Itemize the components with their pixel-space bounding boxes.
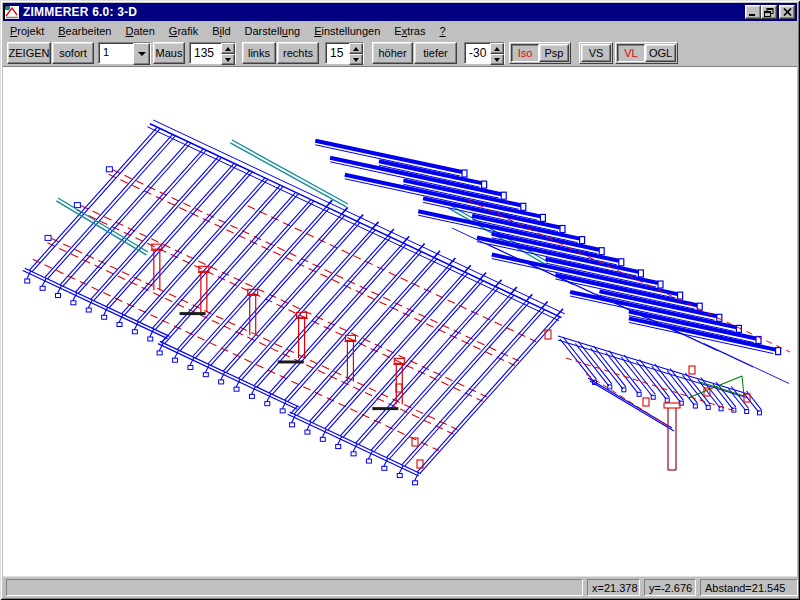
spin-up-button[interactable] xyxy=(349,43,363,54)
minimize-button[interactable] xyxy=(745,5,761,19)
menu-projekt[interactable]: Projekt xyxy=(3,23,51,39)
maus-button[interactable]: Maus xyxy=(153,42,185,64)
vl-toggle-button[interactable]: VL xyxy=(617,44,645,62)
arrow-up-icon xyxy=(494,47,500,51)
arrow-up-icon xyxy=(225,47,231,51)
drawing-viewport[interactable] xyxy=(3,67,797,576)
vs-button-group: VS xyxy=(579,42,613,64)
rotation-spin-buttons xyxy=(221,43,235,65)
menu-darstellung[interactable]: Darstellung xyxy=(238,23,308,39)
title-bar: ZIMMERER 6.0: 3-D xyxy=(3,3,797,21)
menu-daten[interactable]: Daten xyxy=(118,23,161,39)
arrow-down-icon xyxy=(494,58,500,62)
menu-bild[interactable]: Bild xyxy=(205,23,237,39)
menu-bar: Projekt Bearbeiten Daten Grafik Bild Dar… xyxy=(3,21,797,40)
status-bar: x=21.378 y=-2.676 Abstand=21.545 xyxy=(3,576,797,597)
iso-toggle-button[interactable]: Iso xyxy=(511,44,539,62)
app-icon[interactable] xyxy=(4,5,20,20)
menu-label: ld xyxy=(222,25,231,37)
menu-label: rafik xyxy=(177,25,198,37)
application-window: ZIMMERER 6.0: 3-D Proje xyxy=(0,0,800,600)
menu-extras[interactable]: Extras xyxy=(387,23,432,39)
combo-dropdown-button[interactable] xyxy=(133,43,150,65)
status-distance: Abstand=21.545 xyxy=(700,579,798,596)
menu-label: instellungen xyxy=(322,25,381,37)
rotation-spinner: 135 xyxy=(189,42,236,64)
roof-wireframe-canvas[interactable] xyxy=(3,67,797,576)
spin-up-button[interactable] xyxy=(490,43,504,54)
menu-label: B xyxy=(212,25,219,37)
status-y-coordinate: y=-2.676 xyxy=(644,579,696,596)
projection-button-group: Iso Psp xyxy=(509,42,571,64)
combo-value: 1 xyxy=(99,43,133,65)
zeigen-button[interactable]: ZEIGEN xyxy=(7,42,51,64)
menu-label: tras xyxy=(407,25,425,37)
ogl-toggle-button[interactable]: OGL xyxy=(645,44,676,62)
menu-label: ng xyxy=(288,25,300,37)
menu-label: rojekt xyxy=(17,25,44,37)
chevron-down-icon xyxy=(138,52,146,56)
view-number-combobox[interactable]: 1 xyxy=(98,42,151,64)
close-icon xyxy=(783,8,792,16)
elevation-spin-buttons xyxy=(349,43,363,65)
window-title: ZIMMERER 6.0: 3-D xyxy=(23,5,137,19)
toolbar: ZEIGEN sofort 1 Maus 135 links rechts 15… xyxy=(3,40,797,67)
tilt-spinner: -30 xyxy=(464,42,505,64)
menu-label: E xyxy=(394,25,401,37)
spin-down-button[interactable] xyxy=(490,54,504,65)
menu-label: Darstell xyxy=(245,25,282,37)
spin-down-button[interactable] xyxy=(349,54,363,65)
hoeher-button[interactable]: höher xyxy=(372,42,413,64)
close-button[interactable] xyxy=(779,5,795,19)
spin-up-button[interactable] xyxy=(221,43,235,54)
menu-einstellungen[interactable]: Einstellungen xyxy=(307,23,387,39)
render-button-group: VL OGL xyxy=(615,42,678,64)
menu-label: earbeiten xyxy=(66,25,112,37)
tilt-spin-buttons xyxy=(490,43,504,65)
restore-button[interactable] xyxy=(761,5,777,19)
menu-bearbeiten[interactable]: Bearbeiten xyxy=(51,23,118,39)
menu-label: aten xyxy=(133,25,154,37)
status-x-coordinate: x=21.378 xyxy=(587,579,640,596)
arrow-down-icon xyxy=(353,58,359,62)
window-controls xyxy=(745,5,795,19)
status-message-panel xyxy=(6,579,583,596)
sofort-button[interactable]: sofort xyxy=(52,42,94,64)
rotation-value[interactable]: 135 xyxy=(190,43,221,65)
tiefer-button[interactable]: tiefer xyxy=(414,42,457,64)
tilt-value[interactable]: -30 xyxy=(465,43,490,65)
spin-down-button[interactable] xyxy=(221,54,235,65)
menu-label: E xyxy=(314,25,321,37)
psp-toggle-button[interactable]: Psp xyxy=(539,44,569,62)
menu-label: ? xyxy=(439,25,445,37)
rechts-button[interactable]: rechts xyxy=(277,42,319,64)
menu-label: B xyxy=(58,25,65,37)
menu-help[interactable]: ? xyxy=(432,23,452,39)
arrow-up-icon xyxy=(353,47,359,51)
links-button[interactable]: links xyxy=(242,42,276,64)
menu-grafik[interactable]: Grafik xyxy=(162,23,205,39)
restore-icon xyxy=(764,8,774,17)
elevation-value[interactable]: 15 xyxy=(326,43,349,65)
minimize-icon xyxy=(748,8,758,17)
arrow-down-icon xyxy=(225,58,231,62)
elevation-spinner: 15 xyxy=(325,42,364,64)
vs-toggle-button[interactable]: VS xyxy=(581,44,611,62)
